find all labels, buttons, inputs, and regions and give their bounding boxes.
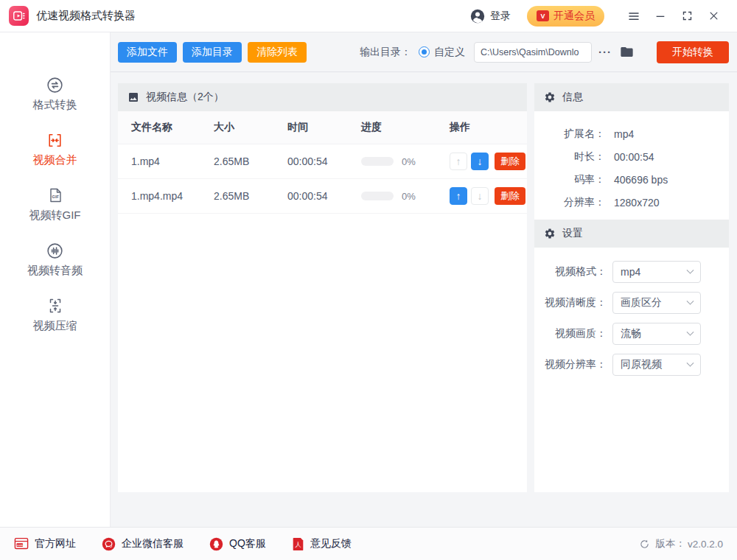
info-row: 时长： 00:00:54 (534, 145, 729, 168)
content-area: 添加文件 添加目录 清除列表 输出目录： 自定义 ··· 开始转换 (111, 32, 737, 527)
info-row: 扩展名： mp4 (534, 122, 729, 145)
sidebar-item-label: 视频转音频 (0, 264, 110, 278)
audio-wave-icon (0, 241, 110, 260)
version-label: 版本： (655, 537, 685, 550)
info-label: 时长： (534, 150, 605, 164)
setting-label: 视频清晰度： (534, 296, 607, 309)
file-size: 2.65MB (214, 155, 287, 167)
info-label: 分辨率： (534, 196, 605, 209)
sidebar-item-label: 视频合并 (0, 153, 110, 167)
menu-button[interactable] (621, 5, 647, 27)
select-value: 流畅 (621, 327, 641, 340)
vip-label: 开通会员 (553, 10, 595, 23)
video-list-header: 视频信息（2个） (118, 83, 527, 111)
progress-bar (361, 192, 394, 200)
file-name: 1.mp4.mp4 (131, 190, 214, 202)
chevron-down-icon (687, 266, 694, 273)
video-list-title: 视频信息（2个） (146, 91, 224, 104)
info-value: 406696 bps (614, 174, 668, 186)
video-info-icon (128, 91, 139, 103)
footer-link-label: 企业微信客服 (122, 537, 184, 550)
qq-icon (209, 537, 223, 551)
svg-text:.com: .com (16, 544, 23, 547)
col-time: 时间 (287, 121, 361, 134)
table-header-row: 文件名称 大小 时间 进度 操作 (118, 111, 527, 144)
browse-more-button[interactable]: ··· (598, 46, 612, 58)
delete-button[interactable]: 删除 (495, 153, 525, 170)
titlebar: 优速视频格式转换器 登录 V 开通会员 (0, 0, 737, 32)
video-quality-select[interactable]: 流畅 (612, 323, 701, 345)
format-convert-icon (0, 75, 110, 94)
video-merge-icon (0, 130, 110, 150)
gif-file-icon: GIF (0, 186, 110, 205)
svg-text:GIF: GIF (52, 195, 59, 199)
move-down-button[interactable]: ↓ (471, 153, 489, 170)
sidebar-item-label: 格式转换 (0, 98, 110, 112)
output-path-input[interactable] (474, 42, 592, 63)
login-label: 登录 (490, 10, 511, 23)
qq-support-link[interactable]: QQ客服 (209, 537, 266, 551)
vip-icon: V (537, 10, 549, 21)
info-label: 码率： (534, 173, 605, 186)
setting-label: 视频分辨率： (534, 358, 607, 371)
vip-button[interactable]: V 开通会员 (527, 6, 604, 27)
compress-icon (0, 296, 110, 315)
sidebar-item-label: 视频压缩 (0, 319, 110, 333)
close-button[interactable] (700, 5, 727, 27)
sidebar-item-video-to-audio[interactable]: 视频转音频 (0, 241, 110, 278)
move-up-button[interactable]: ↑ (450, 187, 467, 205)
version-value: v2.0.2.0 (688, 539, 723, 550)
start-convert-button[interactable]: 开始转换 (657, 41, 729, 63)
move-up-button: ↑ (450, 153, 467, 170)
info-row: 码率： 406696 bps (534, 168, 729, 191)
maximize-icon (682, 10, 693, 21)
website-icon: .com (14, 537, 29, 550)
login-button[interactable]: 登录 (469, 8, 511, 24)
app-logo-icon (9, 6, 29, 26)
delete-button[interactable]: 删除 (495, 187, 525, 205)
footer-link-label: 意见反馈 (310, 537, 352, 550)
footer-link-label: QQ客服 (229, 537, 266, 550)
clear-list-button[interactable]: 清除列表 (248, 42, 307, 63)
sidebar-item-format-convert[interactable]: 格式转换 (0, 75, 110, 112)
col-progress: 进度 (361, 121, 450, 134)
maximize-button[interactable] (674, 5, 700, 27)
folder-icon (619, 44, 635, 60)
app-title: 优速视频格式转换器 (36, 9, 136, 23)
add-file-button[interactable]: 添加文件 (118, 42, 177, 63)
close-icon (708, 10, 719, 21)
table-row[interactable]: 1.mp4 2.65MB 00:00:54 0% ↑ ↓ 删除 (118, 144, 527, 179)
move-down-button: ↓ (471, 187, 489, 205)
feedback-link[interactable]: 人 意见反馈 (292, 537, 352, 551)
official-website-link[interactable]: .com 官方网址 (14, 537, 76, 550)
sidebar-item-video-merge[interactable]: 视频合并 (0, 130, 110, 167)
progress-percent: 0% (402, 191, 416, 202)
svg-text:人: 人 (295, 541, 301, 548)
info-header: 信息 (534, 83, 729, 111)
gear-icon (544, 228, 556, 239)
update-refresh-icon (639, 539, 650, 550)
open-folder-button[interactable] (619, 44, 635, 60)
chevron-down-icon (687, 328, 694, 335)
custom-dir-radio-label: 自定义 (434, 46, 465, 59)
add-directory-button[interactable]: 添加目录 (183, 42, 242, 63)
minimize-button[interactable] (647, 5, 674, 27)
custom-dir-radio[interactable]: 自定义 (419, 46, 465, 59)
progress-percent: 0% (402, 156, 416, 167)
output-dir-label: 输出目录： (360, 46, 411, 59)
table-row[interactable]: 1.mp4.mp4 2.65MB 00:00:54 0% ↑ ↓ 删除 (118, 179, 527, 214)
info-value: 00:00:54 (614, 151, 654, 163)
col-actions: 操作 (450, 121, 527, 134)
info-value: 1280x720 (614, 197, 660, 209)
setting-row: 视频格式： mp4 (534, 261, 729, 283)
col-filename: 文件名称 (131, 121, 214, 134)
sidebar-item-video-to-gif[interactable]: GIF 视频转GIF (0, 186, 110, 223)
video-format-select[interactable]: mp4 (612, 261, 701, 283)
sidebar-item-video-compress[interactable]: 视频压缩 (0, 296, 110, 333)
video-resolution-select[interactable]: 同原视频 (612, 354, 701, 376)
col-size: 大小 (214, 121, 287, 134)
right-panel: 信息 扩展名： mp4 时长： 00:00:54 码率： (534, 83, 729, 492)
wecom-support-link[interactable]: 企业微信客服 (102, 537, 184, 551)
video-clarity-select[interactable]: 画质区分 (612, 292, 701, 314)
wecom-icon (102, 537, 116, 551)
